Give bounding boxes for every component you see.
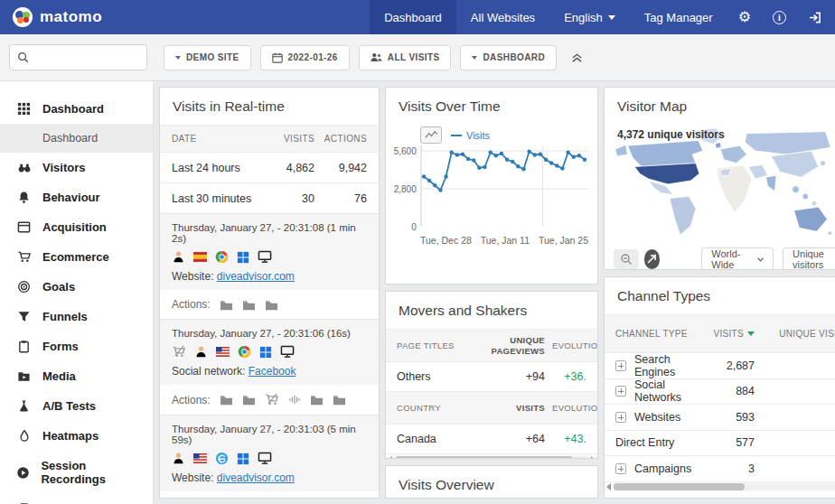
expand-icon[interactable] xyxy=(615,412,626,423)
widget-visits-over-time: Visits Over Time Visits 5, xyxy=(385,87,598,285)
sidebar-item-dashboard[interactable]: Dashboard xyxy=(0,94,153,124)
scroll-right-icon[interactable] xyxy=(591,456,596,460)
horizontal-scrollbar[interactable] xyxy=(605,481,835,492)
sidebar-item-forms[interactable]: Forms xyxy=(0,331,153,361)
folder-icon xyxy=(220,299,233,311)
map-visitors-tooltip: 4,372 unique visitors xyxy=(617,128,725,141)
sidebar-item-dashboard[interactable]: Dashboard xyxy=(0,124,153,153)
settings-button[interactable]: ⚙ xyxy=(727,0,762,34)
sidebar-item-label: Media xyxy=(42,369,76,383)
sidebar-item-media[interactable]: Media xyxy=(0,361,153,391)
segment-selector-button[interactable]: ALL VISITS xyxy=(359,45,452,70)
scroll-left-icon[interactable] xyxy=(606,483,611,490)
windows-icon xyxy=(237,453,249,465)
sidebar-item-custom-reports[interactable]: Custom Reports xyxy=(0,494,153,504)
region-select[interactable]: World-Wide xyxy=(701,247,774,270)
binoculars-icon xyxy=(16,161,32,174)
channel-table-header: CHANNEL TYPE VISITS UNIQUE VISITORS xyxy=(605,314,835,352)
signout-button[interactable] xyxy=(797,0,835,34)
referrer-link[interactable]: diveadvisor.com xyxy=(217,270,295,283)
person-icon xyxy=(172,452,185,465)
widget-title: Visitor Map xyxy=(605,88,835,125)
date-selector-button[interactable]: 2022-01-26 xyxy=(260,45,350,70)
drop-icon xyxy=(16,429,32,443)
column-visits[interactable]: VISITS xyxy=(693,329,755,339)
sidebar-item-label: Heatmaps xyxy=(42,429,99,443)
metric-select[interactable]: Unique visitors xyxy=(783,247,835,270)
column-unique-visitors[interactable]: UNIQUE VISITORS xyxy=(755,329,835,339)
sidebar-item-behaviour[interactable]: Behaviour xyxy=(0,182,153,212)
sidebar-item-funnels[interactable]: Funnels xyxy=(0,302,153,331)
sidebar-item-a-b-tests[interactable]: A/B Tests xyxy=(0,391,153,421)
movers-table-header: COUNTRYVISITSEVOLUTION xyxy=(386,391,597,424)
site-selector-button[interactable]: DEMO SITE xyxy=(164,45,251,70)
chart-legend: Visits xyxy=(451,130,490,141)
visit-actions-row: Actions: xyxy=(160,290,379,319)
visits-line-chart[interactable] xyxy=(420,145,588,232)
sidebar-item-label: Goals xyxy=(42,280,75,294)
windows-icon xyxy=(237,251,249,264)
sidebar-item-acquisition[interactable]: Acquisition xyxy=(0,212,153,242)
zoom-out-button[interactable] xyxy=(614,249,639,269)
collapse-bar-icon[interactable] xyxy=(571,52,583,63)
users-icon xyxy=(371,52,382,62)
visit-actions-row: Actions: xyxy=(160,385,379,415)
media-icon xyxy=(16,369,32,383)
referrer-link[interactable]: diveadvisor.com xyxy=(217,471,295,484)
movers-row[interactable]: Others+94+36. xyxy=(386,361,597,391)
widget-movers-shakers: Movers and Shakers PAGE TITLESUNIQUE PAG… xyxy=(385,291,598,459)
channel-row[interactable]: Websites593 xyxy=(605,404,835,430)
x-tick-label: Tue, Jan 11 xyxy=(481,235,530,246)
visit-datetime: Thursday, January 27, - 20:31:08 (1 min … xyxy=(172,222,367,244)
top-navbar: matomo DashboardAll WebsitesEnglishTag M… xyxy=(0,0,835,34)
horizontal-scrollbar[interactable] xyxy=(386,453,597,459)
cart-outline-icon xyxy=(16,250,32,264)
navbar-menu: DashboardAll WebsitesEnglishTag Manager⚙… xyxy=(370,0,835,34)
expand-icon[interactable] xyxy=(615,360,626,371)
x-tick-label: Tue, Jan 25 xyxy=(539,235,588,246)
nav-item-all-websites[interactable]: All Websites xyxy=(456,0,549,34)
help-button[interactable]: i xyxy=(762,0,797,34)
sidebar-item-label: Dashboard xyxy=(42,102,104,116)
sidebar-item-goals[interactable]: Goals xyxy=(0,272,153,302)
sidebar-item-label: Visitors xyxy=(42,161,85,174)
column-channel-type[interactable]: CHANNEL TYPE xyxy=(615,329,693,339)
ie-icon xyxy=(215,452,229,465)
sidebar-item-visitors[interactable]: Visitors xyxy=(0,153,153,182)
expand-icon[interactable] xyxy=(615,386,626,397)
realtime-summary-row[interactable]: Last 30 minutes3076 xyxy=(160,182,379,213)
referrer-link[interactable]: Facebook xyxy=(249,365,296,378)
search-box[interactable] xyxy=(9,44,147,70)
widget-title: Channel Types xyxy=(605,277,835,314)
sidebar-item-heatmaps[interactable]: Heatmaps xyxy=(0,421,153,451)
sidebar-item-session-recordings[interactable]: Session Recordings xyxy=(0,451,153,494)
chart-type-toggle-icon[interactable] xyxy=(420,126,442,144)
nav-item-tag-manager[interactable]: Tag Manager xyxy=(630,0,727,34)
window-icon xyxy=(16,220,32,234)
recenter-globe-button[interactable] xyxy=(644,249,661,269)
nav-item-english[interactable]: English xyxy=(549,0,630,34)
sidebar-item-label: Dashboard xyxy=(42,132,98,145)
movers-row[interactable]: Canada+64+43. xyxy=(386,424,597,453)
dashboard-selector-button[interactable]: DASHBOARD xyxy=(460,45,557,70)
grid-icon xyxy=(16,102,32,116)
channel-row[interactable]: Direct Entry577 xyxy=(605,430,835,456)
expand-icon[interactable] xyxy=(615,463,626,474)
world-map[interactable] xyxy=(612,125,835,238)
widget-title: Visits Over Time xyxy=(386,88,597,125)
visit-log-entry: Thursday, January 27, - 20:31:06 (16s)So… xyxy=(160,319,379,385)
visit-datetime: Thursday, January 27, - 20:31:06 (16s) xyxy=(172,328,367,339)
channel-row[interactable]: Search Engines2,6872, xyxy=(605,352,835,378)
legend-line-swatch xyxy=(451,135,462,136)
matomo-logo[interactable]: matomo xyxy=(0,0,115,34)
channel-row[interactable]: Campaigns3 xyxy=(605,455,835,481)
scroll-left-icon[interactable] xyxy=(388,456,392,460)
clipboard-icon xyxy=(16,340,32,353)
nav-item-dashboard[interactable]: Dashboard xyxy=(370,0,456,34)
sidebar-item-ecommerce[interactable]: Ecommerce xyxy=(0,242,153,272)
channel-row[interactable]: Social Networks884 xyxy=(605,378,835,405)
desktop-icon xyxy=(258,452,272,465)
widget-title: Visits Overview xyxy=(386,466,597,499)
realtime-summary-row[interactable]: Last 24 hours4,8629,942 xyxy=(160,152,379,182)
search-input[interactable] xyxy=(34,51,139,64)
